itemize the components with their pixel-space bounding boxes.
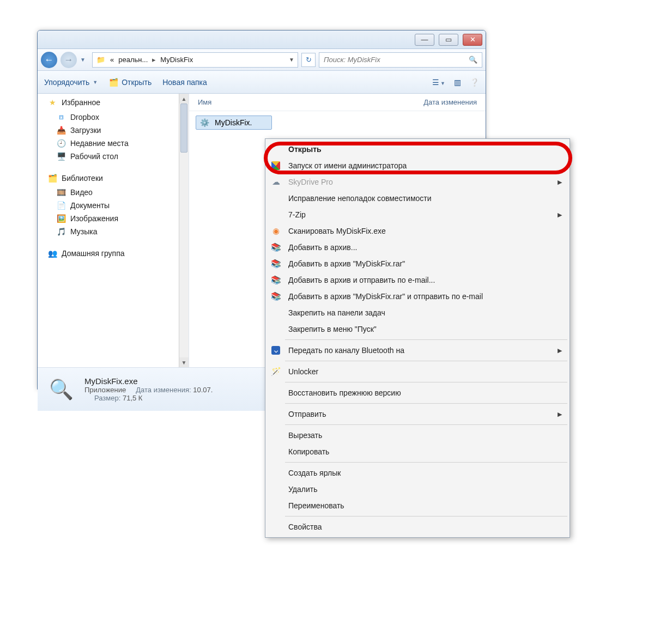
context-menu: Открыть Запуск от имени администратора ☁… xyxy=(265,138,570,538)
cm-add-rar-email[interactable]: 📚Добавить в архив "MyDiskFix.rar" и отпр… xyxy=(267,288,568,305)
open-label: Открыть xyxy=(122,78,152,87)
minimize-button[interactable]: — xyxy=(415,34,434,46)
search-input[interactable] xyxy=(324,56,469,64)
cm-pin-start[interactable]: Закрепить в меню "Пуск" xyxy=(267,321,568,337)
breadcrumb[interactable]: 📁 « реальн... ▸ MyDiskFix ▼ xyxy=(92,52,298,68)
cm-copy[interactable]: Копировать xyxy=(267,443,568,460)
scroll-down[interactable]: ▼ xyxy=(179,357,189,367)
column-headers: Имя Дата изменения xyxy=(189,94,486,111)
sidebar-item-recent[interactable]: 🕘Недавние места xyxy=(47,137,186,150)
cm-bluetooth[interactable]: ⌵Передать по каналу Bluetooth на▶ xyxy=(267,342,568,359)
unlocker-icon: 🪄 xyxy=(270,367,282,376)
breadcrumb-part[interactable]: MyDiskFix xyxy=(160,56,193,64)
homegroup-header[interactable]: 👥Домашняя группа xyxy=(47,249,186,258)
sidebar-item-dropbox[interactable]: ⧈Dropbox xyxy=(47,110,186,124)
cm-rename[interactable]: Переименовать xyxy=(267,497,568,514)
view-menu[interactable]: ☰ xyxy=(432,78,445,87)
open-button[interactable]: 🗂️ Открыть xyxy=(108,78,152,87)
documents-icon: 📄 xyxy=(56,201,66,210)
video-icon: 🎞️ xyxy=(56,188,66,197)
forward-button[interactable]: → xyxy=(60,52,77,68)
dropbox-icon: ⧈ xyxy=(56,112,66,121)
scroll-thumb[interactable] xyxy=(180,104,187,153)
cm-run-as-admin[interactable]: Запуск от имени администратора xyxy=(267,157,568,174)
details-size-value: 71,5 К xyxy=(123,394,143,402)
history-dropdown[interactable]: ▼ xyxy=(80,57,89,63)
details-filename: MyDiskFix.exe xyxy=(84,376,213,386)
scrollbar[interactable]: ▲ ▼ xyxy=(179,94,189,367)
breadcrumb-dropdown[interactable]: ▼ xyxy=(289,57,294,63)
cm-shortcut[interactable]: Создать ярлык xyxy=(267,465,568,481)
column-date[interactable]: Дата изменения xyxy=(423,98,477,106)
cm-unlocker[interactable]: 🪄Unlocker xyxy=(267,363,568,380)
desktop-icon: 🖥️ xyxy=(56,152,66,161)
column-name[interactable]: Имя xyxy=(198,98,423,106)
cm-properties[interactable]: Свойства xyxy=(267,519,568,535)
homegroup-icon: 👥 xyxy=(47,249,57,258)
search-icon[interactable]: 🔍 xyxy=(469,56,477,64)
new-folder-button[interactable]: Новая папка xyxy=(162,78,207,87)
cm-delete[interactable]: Удалить xyxy=(267,481,568,497)
libraries-header[interactable]: 🗂️Библиотеки xyxy=(47,174,186,183)
file-name: MyDiskFix. xyxy=(215,118,252,127)
open-icon: 🗂️ xyxy=(108,78,118,87)
toolbar: Упорядочить 🗂️ Открыть Новая папка ☰ ▥ ❔ xyxy=(38,71,486,94)
images-icon: 🖼️ xyxy=(56,214,66,223)
cloud-icon: ☁ xyxy=(270,177,282,187)
winrar-icon: 📚 xyxy=(270,242,282,252)
sidebar-item-documents[interactable]: 📄Документы xyxy=(47,199,186,212)
back-button[interactable]: ← xyxy=(41,52,57,68)
winrar-icon: 📚 xyxy=(270,275,282,285)
sidebar-item-downloads[interactable]: 📥Загрузки xyxy=(47,124,186,137)
help-button[interactable]: ❔ xyxy=(470,78,479,87)
avast-icon: ◉ xyxy=(270,226,282,236)
star-icon: ★ xyxy=(47,98,57,107)
exe-icon: ⚙️ xyxy=(199,118,209,127)
cm-sendto[interactable]: Отправить▶ xyxy=(267,406,568,422)
favorites-header[interactable]: ★Избранное xyxy=(47,98,186,107)
sidebar-item-images[interactable]: 🖼️Изображения xyxy=(47,212,186,225)
cm-7zip[interactable]: 7-Zip▶ xyxy=(267,206,568,223)
cm-separator xyxy=(285,339,567,340)
organize-menu[interactable]: Упорядочить xyxy=(44,78,98,87)
shield-icon xyxy=(271,161,280,170)
breadcrumb-chevron: « xyxy=(110,56,114,64)
cm-skydrive[interactable]: ☁SkyDrive Pro▶ xyxy=(267,174,568,190)
cm-open[interactable]: Открыть xyxy=(267,141,568,157)
refresh-button[interactable]: ↻ xyxy=(301,53,316,67)
sidebar-item-music[interactable]: 🎵Музыка xyxy=(47,225,186,238)
winrar-icon: 📚 xyxy=(270,291,282,301)
cm-scan[interactable]: ◉Сканировать MyDiskFix.exe xyxy=(267,223,568,239)
cm-restore[interactable]: Восстановить прежнюю версию xyxy=(267,385,568,401)
maximize-button[interactable]: ▭ xyxy=(439,34,458,46)
preview-pane-button[interactable]: ▥ xyxy=(454,78,461,87)
cm-separator xyxy=(285,403,567,404)
close-button[interactable]: ✕ xyxy=(463,34,482,46)
details-size-key: Размер: xyxy=(94,394,120,402)
recent-icon: 🕘 xyxy=(56,139,66,148)
search-box[interactable]: 🔍 xyxy=(319,52,482,68)
libraries-icon: 🗂️ xyxy=(47,174,57,183)
cm-add-rar[interactable]: 📚Добавить в архив "MyDiskFix.rar" xyxy=(267,256,568,272)
titlebar: — ▭ ✕ xyxy=(38,31,486,49)
sidebar-item-desktop[interactable]: 🖥️Рабочий стол xyxy=(47,150,186,163)
cm-pin-taskbar[interactable]: Закрепить на панели задач xyxy=(267,305,568,321)
music-icon: 🎵 xyxy=(56,227,66,236)
details-icon: 🔍 xyxy=(46,375,76,404)
file-row-selected[interactable]: ⚙️ MyDiskFix. xyxy=(196,116,272,130)
details-type: Приложение xyxy=(84,386,126,394)
bluetooth-icon: ⌵ xyxy=(271,346,280,355)
cm-compat[interactable]: Исправление неполадок совместимости xyxy=(267,190,568,206)
folder-icon: 📁 xyxy=(96,56,106,64)
cm-cut[interactable]: Вырезать xyxy=(267,427,568,443)
details-date-key: Дата изменения: xyxy=(136,386,191,394)
cm-separator xyxy=(285,516,567,517)
breadcrumb-part[interactable]: реальн... xyxy=(118,56,148,64)
navbar: ← → ▼ 📁 « реальн... ▸ MyDiskFix ▼ ↻ 🔍 xyxy=(38,49,486,71)
cm-add-email[interactable]: 📚Добавить в архив и отправить по e-mail.… xyxy=(267,272,568,288)
winrar-icon: 📚 xyxy=(270,259,282,269)
cm-add-archive[interactable]: 📚Добавить в архив... xyxy=(267,239,568,256)
scroll-up[interactable]: ▲ xyxy=(179,94,189,104)
sidebar-item-video[interactable]: 🎞️Видео xyxy=(47,186,186,199)
cm-separator xyxy=(285,382,567,382)
